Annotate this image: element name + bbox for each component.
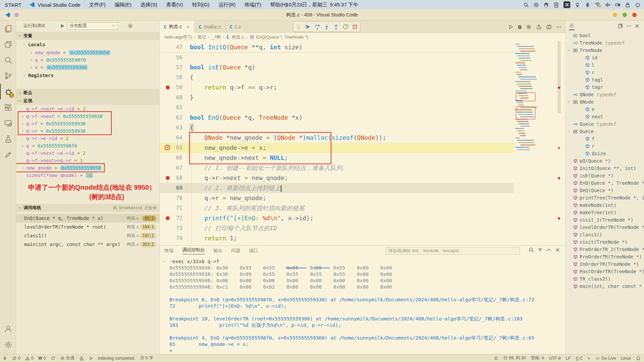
scrollbar-slider[interactable] [557, 41, 561, 113]
breadcrumb-item[interactable]: 构造.c [232, 34, 244, 40]
tab-构造.c[interactable]: C构造.c [160, 21, 195, 33]
watch-item[interactable]: q->f->next->e->id = 2 [16, 149, 160, 157]
outline-item-e[interactable]: e [566, 106, 644, 113]
outline-item-TreeNode[interactable]: TreeNode [566, 47, 644, 54]
bluetooth-icon[interactable] [585, 2, 590, 8]
outline-item-Quece[interactable]: Quece typedef [566, 120, 644, 128]
outline-item-EnQ(Quece *, TreeNode *)[interactable]: EnQ(Quece *, TreeNode *) [566, 179, 644, 187]
code-editor[interactable]: 47bool InitQ(Quece **q, int size)5657boo… [160, 41, 565, 245]
outline-item-PreOrderTR_2(TreeNode *, …[interactable]: PreOrderTR_2(TreeNode *, … [566, 246, 644, 253]
activitybar-source-control[interactable] [0, 68, 16, 84]
outline-item-InOrderTR(TreeNode *)[interactable]: InOrderTR(TreeNode *) [566, 260, 644, 268]
drag-handle-icon[interactable] [296, 24, 302, 30]
callstack-frame[interactable]: levelOrderTR(TreeNode * root)构造.c184:1 [16, 223, 160, 231]
code-line-63[interactable]: 63{ [160, 123, 514, 133]
activitybar-extensions[interactable] [0, 100, 16, 115]
activitybar-testing[interactable] [0, 131, 16, 147]
breakpoint-icon[interactable] [166, 85, 170, 89]
qq-icon[interactable] [543, 2, 549, 8]
outline-item-tagr[interactable]: tagr [566, 83, 644, 91]
section-breakpoints[interactable]: 断点 [16, 89, 160, 97]
mute-icon[interactable] [605, 2, 610, 8]
start-menu-button[interactable]: START [5, 2, 21, 8]
outline-item-QNode[interactable]: QNode [566, 98, 644, 106]
current-breakpoint-icon[interactable] [165, 145, 170, 150]
lock-icon[interactable] [625, 2, 631, 8]
local-variable[interactable]: new_qnode = 0x555555559950 [16, 49, 160, 56]
activitybar-run-and-debug[interactable]: 1 [0, 84, 16, 100]
menu-运行(R)[interactable]: 运行(R) [218, 2, 235, 8]
code-line-74[interactable]: 74 return 1; [160, 233, 514, 243]
bulb-icon[interactable] [575, 2, 580, 8]
watch-item[interactable]: q->f = 0x555555559930 [16, 120, 160, 127]
outline-item-bool[interactable]: bool [566, 32, 644, 39]
activitybar-settings[interactable] [0, 337, 16, 353]
outline-item-TreeNode[interactable]: TreeNode typedef [566, 39, 644, 47]
outline-item-Quece[interactable]: Quece [566, 128, 644, 135]
local-variable[interactable]: x = 0x555555559360 [16, 64, 160, 71]
outline-item-main(int, char const * [])[interactable]: main(int, char const * []) [566, 283, 644, 290]
gear-icon[interactable] [526, 24, 532, 30]
more-actions-icon[interactable] [626, 23, 632, 29]
outline-item-r[interactable]: r [566, 69, 644, 76]
callstack-frame[interactable]: main(int argc, const char ** argv)构造.c26… [16, 240, 160, 249]
step-over-icon[interactable] [314, 24, 320, 30]
breakpoint-icon[interactable] [166, 216, 170, 220]
code-line-72[interactable]: 72 printf("[+]EnQ: %d\n", x->id); [160, 213, 514, 223]
power-icon[interactable] [635, 2, 641, 8]
statusbar-half-circle[interactable]: ◐ [588, 356, 590, 361]
wifi-icon[interactable] [595, 1, 600, 8]
statusbar-errors[interactable]: 0 [12, 356, 20, 361]
watch-item[interactable]: q = 0x5555555598f0 [16, 142, 160, 149]
local-variable[interactable]: q = 0x5555555598f0 [16, 56, 160, 64]
watch-item[interactable]: q->r = 0x555555559930 [16, 127, 160, 135]
menu-终端(T)[interactable]: 终端(T) [245, 2, 261, 8]
watch-item[interactable]: q->r->e->id = 2 [16, 135, 160, 142]
watch-item[interactable]: q->f->next->e->id = 2 [16, 105, 160, 113]
outline-item-TR_class2()[interactable]: TR_class2() [566, 275, 644, 283]
code-line-67[interactable]: 67 // 1. 创建--初始化一个新队列结点，准备入队列. [160, 163, 514, 173]
breadcrumb-item[interactable]: 笔记 [198, 34, 206, 40]
outline-item-levelOrderTR(TreeNode *)[interactable]: levelOrderTR(TreeNode *) [566, 224, 644, 231]
outline-item-class1()[interactable]: class1() [566, 231, 644, 238]
maximize-button[interactable] [623, 13, 627, 17]
outline-view-icon[interactable] [569, 23, 575, 30]
panel-tab-端口[interactable]: 端口 [249, 248, 258, 254]
breakpoint-icon[interactable] [166, 176, 170, 180]
statusbar-cursor-position[interactable]: 行 69, 列 20 [503, 355, 526, 361]
menu-文件(F)[interactable]: 文件(F) [89, 2, 106, 8]
activitybar-remote-explorer[interactable] [0, 115, 16, 131]
code-line-73[interactable]: 73 // 打印每个入队节点的ID [160, 223, 514, 233]
statusbar-encoding[interactable]: UTF-8 [549, 356, 561, 361]
statusbar-word-count[interactable]: 共 5 字 [140, 355, 153, 361]
code-line-61[interactable]: 61 [160, 103, 514, 113]
panel-tab-问题[interactable]: 问题 [231, 248, 240, 254]
breadcrumb-item[interactable]: hello-algo学习 [164, 34, 192, 40]
statusbar-indentation[interactable]: 空格: 4 [531, 355, 544, 361]
statusbar-go-live[interactable]: Go Live [595, 356, 616, 361]
continue-icon[interactable] [305, 24, 311, 30]
menu-转到(G)[interactable]: 转到(G) [192, 2, 210, 8]
outline-item-r[interactable]: r [566, 142, 644, 150]
section-variables[interactable]: 变量 [16, 32, 160, 40]
statusbar-prettier-flame[interactable] [494, 356, 498, 361]
brightness-icon[interactable] [533, 2, 539, 8]
close-icon[interactable] [555, 247, 560, 253]
outline-item-PastOrderTR(TreeNode *)[interactable]: PastOrderTR(TreeNode *) [566, 268, 644, 275]
run-debug-icon[interactable] [508, 24, 514, 30]
outline-item-visit_1(TreeNode *)[interactable]: visit_1(TreeNode *) [566, 216, 644, 224]
outline-item-visit(TreeNode *)[interactable]: visit(TreeNode *) [566, 238, 644, 246]
menu-查看(V)[interactable]: 查看(V) [166, 2, 183, 8]
more-actions-icon[interactable] [556, 24, 562, 30]
outline-item-pQ(Quece *)[interactable]: pQ(Quece *) [566, 157, 644, 165]
outline-item-InitQ(Quece **, int)[interactable]: InitQ(Quece **, int) [566, 165, 644, 172]
section-callstack[interactable]: 调用堆栈因 breakpoint 已暂停 [16, 204, 160, 212]
statusbar-indexing-status[interactable]: Indexing completed. [98, 356, 136, 361]
clipboard-icon[interactable] [553, 2, 559, 8]
filter-search-icon[interactable] [529, 247, 534, 253]
section-watch[interactable]: 监视 [16, 97, 160, 105]
step-into-icon[interactable] [324, 24, 330, 30]
debug-console[interactable]: -exec x/32xb q->f→0x555555559930: 0x30 0… [160, 256, 565, 354]
code-line-70[interactable]: 70 q->r = new_qnode; [160, 193, 514, 203]
breadcrumb-item[interactable]: _7树 [212, 34, 221, 40]
